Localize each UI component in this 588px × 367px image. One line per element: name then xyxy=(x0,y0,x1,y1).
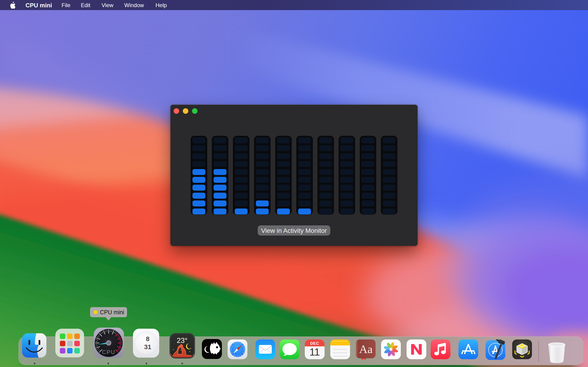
svg-text:23°: 23° xyxy=(177,336,188,344)
svg-text:31: 31 xyxy=(144,343,151,350)
svg-text:8: 8 xyxy=(146,335,149,342)
svg-text:Aa: Aa xyxy=(359,343,372,356)
svg-text:CPU: CPU xyxy=(102,349,115,355)
svg-text:11: 11 xyxy=(309,346,320,358)
svg-text:DEC: DEC xyxy=(310,341,319,346)
